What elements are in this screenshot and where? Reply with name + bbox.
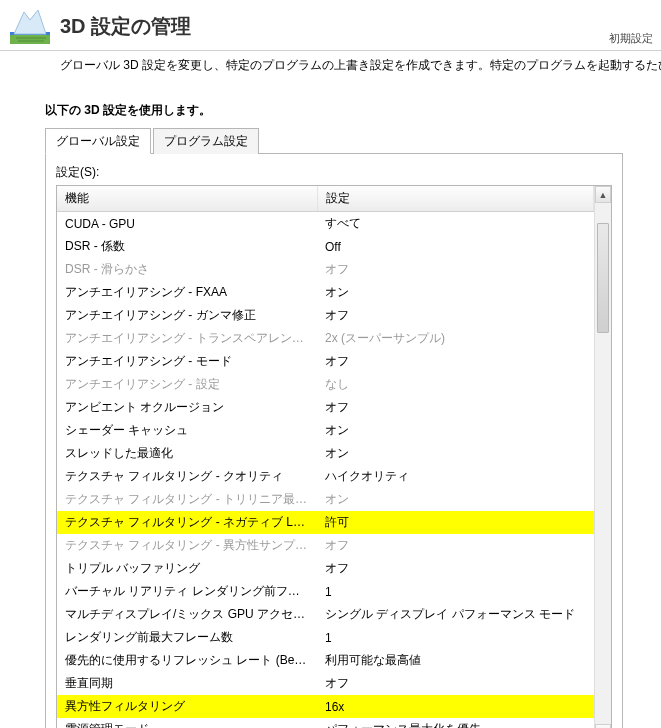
cell-feature: テクスチャ フィルタリング - 異方性サンプル最適化 xyxy=(57,534,317,557)
cell-setting[interactable]: パフォーマンス最大化を優先 xyxy=(317,718,594,728)
table-row[interactable]: DSR - 滑らかさオフ xyxy=(57,258,594,281)
table-row[interactable]: CUDA - GPUすべて xyxy=(57,212,594,236)
cell-setting[interactable]: なし xyxy=(317,373,594,396)
table-row[interactable]: アンチエイリアシング - ガンマ修正オフ xyxy=(57,304,594,327)
table-row[interactable]: テクスチャ フィルタリング - クオリティハイクオリティ xyxy=(57,465,594,488)
settings-table-wrap: 機能 設定 CUDA - GPUすべてDSR - 係数OffDSR - 滑らかさ… xyxy=(56,185,612,728)
tab-program[interactable]: プログラム設定 xyxy=(153,128,259,154)
table-row[interactable]: アンビエント オクルージョンオフ xyxy=(57,396,594,419)
cell-setting[interactable]: すべて xyxy=(317,212,594,236)
cell-feature: テクスチャ フィルタリング - ネガティブ LOD バイアス xyxy=(57,511,317,534)
table-row[interactable]: アンチエイリアシング - 設定なし xyxy=(57,373,594,396)
scroll-track[interactable] xyxy=(595,203,611,724)
cell-setting[interactable]: オフ xyxy=(317,258,594,281)
col-setting[interactable]: 設定 xyxy=(317,186,594,212)
tabs: グローバル設定 プログラム設定 xyxy=(45,127,623,154)
cell-feature: 電源管理モード xyxy=(57,718,317,728)
scroll-up-button[interactable]: ▲ xyxy=(595,186,611,203)
table-row[interactable]: シェーダー キャッシュオン xyxy=(57,419,594,442)
table-row[interactable]: スレッドした最適化オン xyxy=(57,442,594,465)
table-row[interactable]: テクスチャ フィルタリング - トリリニア最適化オン xyxy=(57,488,594,511)
page-title: 3D 設定の管理 xyxy=(60,13,191,40)
settings-table: 機能 設定 CUDA - GPUすべてDSR - 係数OffDSR - 滑らかさ… xyxy=(57,186,594,728)
table-row[interactable]: マルチディスプレイ/ミックス GPU アクセラレーションシングル ディスプレイ … xyxy=(57,603,594,626)
cell-setting[interactable]: 2x (スーパーサンプル) xyxy=(317,327,594,350)
table-row[interactable]: 異方性フィルタリング16x xyxy=(57,695,594,718)
cell-setting[interactable]: オン xyxy=(317,442,594,465)
cell-feature: CUDA - GPU xyxy=(57,212,317,236)
cell-setting[interactable]: Off xyxy=(317,235,594,258)
table-row[interactable]: アンチエイリアシング - トランスペアレンシー2x (スーパーサンプル) xyxy=(57,327,594,350)
cell-feature: 優先的に使用するリフレッシュ レート (BenQ XL2420… xyxy=(57,649,317,672)
table-row[interactable]: 優先的に使用するリフレッシュ レート (BenQ XL2420…利用可能な最高値 xyxy=(57,649,594,672)
cell-setting[interactable]: 1 xyxy=(317,580,594,603)
table-row[interactable]: アンチエイリアシング - モードオフ xyxy=(57,350,594,373)
table-row[interactable]: トリプル バッファリングオフ xyxy=(57,557,594,580)
cell-feature: レンダリング前最大フレーム数 xyxy=(57,626,317,649)
cell-setting[interactable]: 16x xyxy=(317,695,594,718)
page-header: 3D 設定の管理 初期設定 xyxy=(0,0,661,51)
cell-feature: トリプル バッファリング xyxy=(57,557,317,580)
cell-feature: DSR - 滑らかさ xyxy=(57,258,317,281)
svg-marker-2 xyxy=(14,10,46,34)
cell-setting[interactable]: オン xyxy=(317,281,594,304)
cell-setting[interactable]: 1 xyxy=(317,626,594,649)
table-row[interactable]: DSR - 係数Off xyxy=(57,235,594,258)
settings-panel: 設定(S): 機能 設定 CUDA - GPUすべてDSR - 係数OffDSR… xyxy=(45,154,623,728)
cell-setting[interactable]: オン xyxy=(317,419,594,442)
page-description: グローバル 3D 設定を変更し、特定のプログラムの上書き設定を作成できます。特定… xyxy=(0,51,661,80)
cell-setting[interactable]: オフ xyxy=(317,534,594,557)
table-row[interactable]: バーチャル リアリティ レンダリング前フレーム数1 xyxy=(57,580,594,603)
cell-feature: バーチャル リアリティ レンダリング前フレーム数 xyxy=(57,580,317,603)
cell-setting[interactable]: 利用可能な最高値 xyxy=(317,649,594,672)
table-row[interactable]: 電源管理モードパフォーマンス最大化を優先 xyxy=(57,718,594,728)
table-row[interactable]: 垂直同期オフ xyxy=(57,672,594,695)
restore-defaults-link[interactable]: 初期設定 xyxy=(609,31,653,46)
cell-feature: アンチエイリアシング - ガンマ修正 xyxy=(57,304,317,327)
cell-setting[interactable]: オフ xyxy=(317,557,594,580)
tab-global[interactable]: グローバル設定 xyxy=(45,128,151,154)
cell-feature: DSR - 係数 xyxy=(57,235,317,258)
cell-feature: テクスチャ フィルタリング - トリリニア最適化 xyxy=(57,488,317,511)
cell-setting[interactable]: 許可 xyxy=(317,511,594,534)
col-feature[interactable]: 機能 xyxy=(57,186,317,212)
cell-setting[interactable]: オフ xyxy=(317,350,594,373)
cell-setting[interactable]: オン xyxy=(317,488,594,511)
cell-setting[interactable]: シングル ディスプレイ パフォーマンス モード xyxy=(317,603,594,626)
cell-feature: アンチエイリアシング - 設定 xyxy=(57,373,317,396)
cell-feature: スレッドした最適化 xyxy=(57,442,317,465)
cell-setting[interactable]: オフ xyxy=(317,304,594,327)
section-label: 以下の 3D 設定を使用します。 xyxy=(0,80,661,127)
cell-setting[interactable]: ハイクオリティ xyxy=(317,465,594,488)
cell-feature: アンチエイリアシング - トランスペアレンシー xyxy=(57,327,317,350)
table-row[interactable]: アンチエイリアシング - FXAAオン xyxy=(57,281,594,304)
table-row[interactable]: テクスチャ フィルタリング - 異方性サンプル最適化オフ xyxy=(57,534,594,557)
cell-setting[interactable]: オフ xyxy=(317,672,594,695)
cell-feature: アンビエント オクルージョン xyxy=(57,396,317,419)
svg-rect-0 xyxy=(10,34,50,44)
cell-feature: マルチディスプレイ/ミックス GPU アクセラレーション xyxy=(57,603,317,626)
scroll-thumb[interactable] xyxy=(597,223,609,333)
cell-feature: アンチエイリアシング - FXAA xyxy=(57,281,317,304)
cell-feature: 垂直同期 xyxy=(57,672,317,695)
cell-feature: テクスチャ フィルタリング - クオリティ xyxy=(57,465,317,488)
scroll-down-button[interactable]: ▼ xyxy=(595,724,611,728)
cell-setting[interactable]: オフ xyxy=(317,396,594,419)
table-row[interactable]: レンダリング前最大フレーム数1 xyxy=(57,626,594,649)
settings-label: 設定(S): xyxy=(56,164,612,181)
app-icon xyxy=(10,8,50,44)
cell-feature: シェーダー キャッシュ xyxy=(57,419,317,442)
cell-feature: アンチエイリアシング - モード xyxy=(57,350,317,373)
scrollbar[interactable]: ▲ ▼ xyxy=(594,186,611,728)
cell-feature: 異方性フィルタリング xyxy=(57,695,317,718)
table-row[interactable]: テクスチャ フィルタリング - ネガティブ LOD バイアス許可 xyxy=(57,511,594,534)
